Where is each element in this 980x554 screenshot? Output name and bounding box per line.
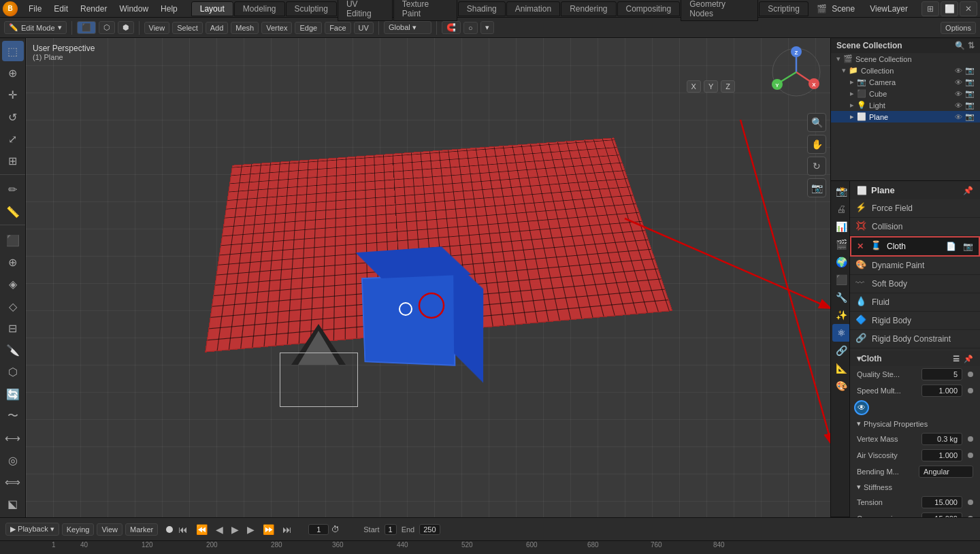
physics-collision[interactable]: 💢 Collision (850, 218, 980, 236)
view-type-face[interactable]: ⬢ (118, 21, 134, 34)
proportional-type[interactable]: ▾ (480, 21, 494, 34)
ws-geometry-nodes[interactable]: Geometry Nodes (681, 0, 758, 21)
tool-transform[interactable]: ⊞ (2, 150, 24, 171)
tension-value[interactable]: 15.000 (921, 496, 962, 508)
tool-select[interactable]: ⬚ (2, 41, 24, 61)
bending-model-value[interactable]: Angular (919, 466, 973, 478)
tool-add-cube[interactable]: ⬛ (2, 230, 24, 250)
ws-texture-paint[interactable]: Texture Paint (393, 0, 457, 21)
cam-cam-icon[interactable]: 📷 (965, 78, 975, 86)
select-btn[interactable]: Select (172, 22, 203, 34)
tool-poly-build[interactable]: ⬡ (2, 362, 24, 382)
view-timeline-btn[interactable]: View (97, 523, 122, 536)
view-type-edge[interactable]: ⬡ (99, 21, 115, 34)
tool-push-pull[interactable]: ⟺ (2, 472, 24, 492)
close-icon[interactable]: ✕ (960, 1, 977, 16)
menu-file[interactable]: File (23, 3, 47, 15)
zoom-to-fit-btn[interactable]: 🔍 (807, 113, 826, 132)
x-btn[interactable]: X (687, 80, 701, 93)
tool-measure[interactable]: 📏 (2, 201, 24, 222)
cube-cam-icon[interactable]: 📷 (965, 89, 975, 98)
tool-smooth[interactable]: 〜 (2, 406, 24, 426)
options-btn[interactable]: Options (941, 22, 976, 34)
prev-keyframe-btn[interactable]: ⏪ (193, 524, 210, 535)
uv-btn[interactable]: UV (354, 22, 374, 34)
light-cam-icon[interactable]: 📷 (965, 101, 975, 110)
timeline-type-btn[interactable]: ▶ Playback ▾ (5, 523, 59, 536)
tool-rotate[interactable]: ↺ (2, 107, 24, 127)
tool-inset[interactable]: ◈ (2, 274, 24, 295)
physics-fluid[interactable]: 💧 Fluid (850, 293, 980, 312)
ws-animation[interactable]: Animation (506, 1, 560, 16)
prop-constraints-icon[interactable]: 🔗 (832, 342, 850, 359)
prop-particles-icon[interactable]: ✨ (832, 306, 850, 324)
jump-start-btn[interactable]: ⏮ (176, 524, 191, 535)
prop-material-icon[interactable]: 🎨 (832, 377, 850, 395)
ws-scripting[interactable]: Scripting (759, 1, 808, 16)
ws-uv-editing[interactable]: UV Editing (338, 0, 393, 21)
prop-modifiers-icon[interactable]: 🔧 (832, 289, 850, 306)
ws-sculpting[interactable]: Sculpting (286, 1, 337, 16)
proportional-btn[interactable]: ○ (463, 22, 478, 34)
physics-force-field[interactable]: ⚡ Force Field (850, 199, 980, 218)
ws-rendering[interactable]: Rendering (561, 1, 616, 16)
view-type-vert[interactable]: ⬛ (77, 21, 96, 34)
navigation-gizmo[interactable]: Z X Y (769, 45, 823, 99)
cloth-data-icon[interactable]: 📄 (946, 242, 956, 251)
air-viscosity-value[interactable]: 1.000 (921, 449, 962, 461)
overlay-btn[interactable]: Options (941, 22, 976, 34)
ws-shading[interactable]: Shading (458, 1, 506, 16)
physical-props-header[interactable]: ▾ Physical Properties (850, 417, 980, 431)
outliner-row-plane[interactable]: ▸ ⬜ Plane 👁 📷 (831, 111, 980, 123)
physics-dynamic-paint[interactable]: 🎨 Dynamic Paint (850, 257, 980, 275)
tool-bevel[interactable]: ◇ (2, 296, 24, 316)
jump-end-btn[interactable]: ⏭ (280, 524, 295, 535)
cloth-list-icon[interactable]: ☰ (953, 355, 960, 363)
snap-toggle[interactable]: 🧲 (442, 21, 461, 34)
edge-btn[interactable]: Edge (295, 22, 322, 34)
next-keyframe-btn[interactable]: ⏩ (260, 524, 277, 535)
keying-btn[interactable]: Keying (62, 523, 95, 536)
face-btn[interactable]: Face (325, 22, 350, 34)
mode-selector[interactable]: ✏️ Edit Mode ▾ (4, 21, 67, 34)
add-btn[interactable]: Add (206, 22, 229, 34)
prop-output-icon[interactable]: 🖨 (832, 200, 850, 218)
physics-rigid-body[interactable]: 🔷 Rigid Body (850, 312, 980, 330)
vertex-btn[interactable]: Vertex (261, 22, 292, 34)
physics-cloth[interactable]: ✕ 🧵 Cloth 📄 📷 (850, 236, 980, 257)
filter-icon[interactable]: 🔍 (955, 41, 965, 50)
sort-icon[interactable]: ⇅ (968, 41, 975, 50)
transform-selector[interactable]: Global ▾ (384, 21, 431, 34)
prop-view-layer-icon[interactable]: 📊 (832, 218, 850, 235)
light-eye[interactable]: 👁 (955, 101, 962, 110)
prop-pin[interactable]: 📌 (963, 186, 973, 195)
blender-logo[interactable]: B (3, 1, 18, 16)
tool-annotate[interactable]: ✏ (2, 180, 24, 200)
prop-world-icon[interactable]: 🌍 (832, 253, 850, 271)
viewport[interactable]: User Perspective (1) Plane (26, 38, 830, 517)
end-value[interactable]: 250 (419, 524, 440, 535)
plane-eye[interactable]: 👁 (955, 113, 962, 121)
play-btn[interactable]: ▶ (229, 524, 242, 535)
prop-physics-icon[interactable]: ⚛ (832, 324, 850, 342)
tool-loop-cut[interactable]: ⊟ (2, 318, 24, 338)
next-frame-btn[interactable]: ▶ (244, 524, 257, 535)
start-value[interactable]: 1 (385, 524, 397, 535)
cloth-cam-icon[interactable]: 📷 (963, 242, 973, 251)
outliner-row-camera[interactable]: ▸ 📷 Camera 👁 📷 (831, 76, 980, 88)
menu-window[interactable]: Window (114, 3, 154, 15)
outliner-row-collection[interactable]: ▾ 📁 Collection 👁 📷 (831, 65, 980, 76)
ws-layout[interactable]: Layout (191, 1, 233, 16)
frame-ruler[interactable]: 1 40 120 200 280 360 440 520 600 680 760… (0, 540, 980, 554)
marker-btn[interactable]: Marker (125, 523, 158, 536)
menu-render[interactable]: Render (75, 3, 112, 15)
frame-value[interactable]: 1 (308, 524, 329, 535)
tool-scale[interactable]: ⤢ (2, 129, 24, 149)
menu-edit[interactable]: Edit (48, 3, 74, 15)
vertex-mass-value[interactable]: 0.3 kg (921, 433, 962, 445)
pan-btn[interactable]: ✋ (807, 135, 826, 154)
tool-move[interactable]: ✛ (2, 85, 24, 105)
stiffness-header[interactable]: ▾ Stiffness (850, 480, 980, 494)
z-btn[interactable]: Z (721, 80, 735, 93)
prev-frame-btn[interactable]: ◀ (213, 524, 226, 535)
